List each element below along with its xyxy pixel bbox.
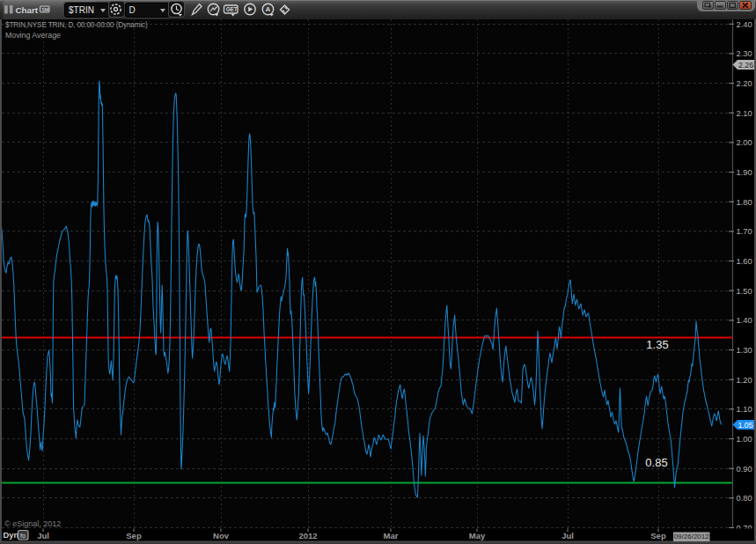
- svg-text:1.00: 1.00: [737, 435, 752, 444]
- svg-text:fo: fo: [20, 533, 26, 539]
- svg-text:Chart: Chart: [16, 5, 39, 15]
- svg-text:0.80: 0.80: [737, 494, 752, 503]
- svg-text:1.20: 1.20: [737, 376, 752, 385]
- svg-text:1.35: 1.35: [646, 338, 668, 351]
- svg-text:SM: SM: [41, 7, 49, 12]
- svg-text:0.90: 0.90: [737, 465, 752, 474]
- svg-text:Sep: Sep: [126, 531, 142, 540]
- svg-text:2012: 2012: [298, 531, 317, 540]
- svg-text:2.10: 2.10: [737, 109, 752, 118]
- svg-text:09/26/2012: 09/26/2012: [674, 533, 710, 540]
- svg-text:Jul: Jul: [561, 531, 574, 540]
- svg-text:1.50: 1.50: [737, 287, 752, 296]
- svg-text:2.00: 2.00: [737, 138, 752, 147]
- svg-text:Dyn: Dyn: [4, 531, 19, 540]
- svg-text:1.40: 1.40: [737, 316, 752, 325]
- svg-text:1.80: 1.80: [737, 198, 752, 207]
- svg-text:1.05: 1.05: [738, 421, 753, 430]
- svg-text:2.40: 2.40: [737, 20, 752, 29]
- svg-text:A: A: [266, 5, 271, 13]
- svg-text:May: May: [469, 531, 486, 540]
- svg-text:2.20: 2.20: [737, 79, 752, 88]
- svg-text:Moving Average: Moving Average: [5, 31, 61, 40]
- svg-text:0.85: 0.85: [645, 456, 667, 469]
- svg-text:1.70: 1.70: [737, 227, 752, 236]
- svg-text:1.90: 1.90: [737, 168, 752, 177]
- svg-text:Sep: Sep: [650, 531, 666, 540]
- svg-text:GET: GET: [226, 6, 238, 12]
- svg-text:2.30: 2.30: [737, 49, 752, 58]
- svg-text:Mar: Mar: [384, 531, 399, 540]
- svg-text:© eSignal, 2012: © eSignal, 2012: [4, 519, 61, 528]
- svg-text:1.30: 1.30: [737, 346, 752, 355]
- svg-text:2.26: 2.26: [738, 61, 753, 70]
- svg-text:1.60: 1.60: [737, 257, 752, 266]
- svg-text:1.10: 1.10: [737, 405, 752, 414]
- svg-text:Nov: Nov: [213, 531, 230, 540]
- svg-text:Jul: Jul: [37, 531, 49, 540]
- svg-text:$TRIN,NYSE TRIN, D, 00:00-00:0: $TRIN,NYSE TRIN, D, 00:00-00:00 (Dynamic…: [5, 21, 148, 29]
